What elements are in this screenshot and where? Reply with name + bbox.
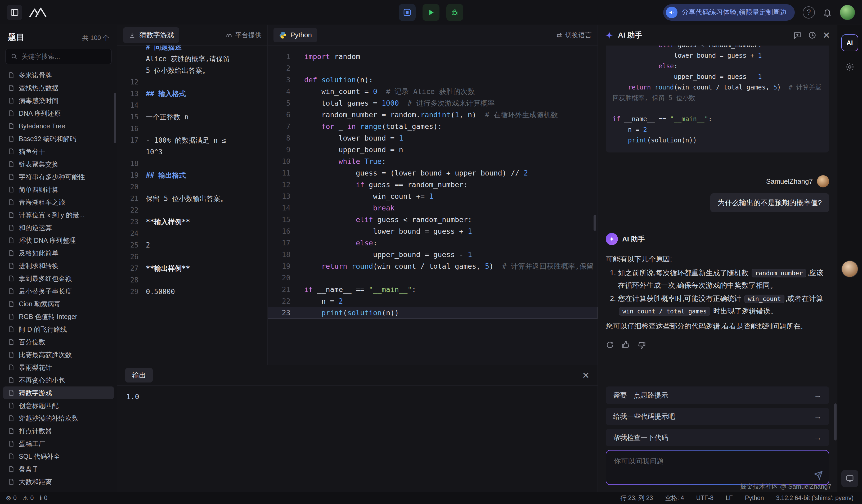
new-chat-icon[interactable]	[793, 31, 802, 39]
debug-button[interactable]	[446, 4, 463, 21]
user-avatar[interactable]	[840, 5, 855, 20]
code-line[interactable]: 23 print(solution(n))	[267, 307, 598, 319]
promo-banner[interactable]: 分享代码练习体验,领限量定制周边	[663, 4, 795, 21]
output-tab[interactable]: 输出	[125, 368, 153, 383]
code-line[interactable]: 16 lower_bound = guess + 1	[267, 226, 598, 237]
status-item[interactable]: 3.12.2 64-bit ('shims': pyenv)	[776, 494, 853, 502]
problem-list-item[interactable]: 打点计数器	[3, 425, 114, 437]
code-line[interactable]: 20	[267, 272, 598, 284]
status-item[interactable]: Python	[745, 494, 764, 502]
problem-list-item[interactable]: 百分位数	[3, 336, 114, 348]
problem-counter[interactable]: ⚠ 0	[23, 494, 34, 502]
problem-list-item[interactable]: 叠盘子	[3, 463, 114, 475]
send-button[interactable]	[814, 470, 823, 480]
problem-counter[interactable]: ℹ 0	[39, 494, 48, 502]
status-item[interactable]: LF	[726, 494, 733, 502]
problem-list-item[interactable]: 字符串有多少种可能性	[3, 171, 114, 183]
problem-list-item[interactable]: 病毒感染时间	[3, 94, 114, 107]
code-line[interactable]: 5 total_games = 1000 # 进行多次游戏来计算概率	[267, 97, 598, 109]
juejin-logo-icon[interactable]	[28, 6, 48, 18]
problem-list-item[interactable]: DNA 序列还原	[3, 107, 114, 120]
scrollbar-thumb[interactable]	[593, 215, 596, 231]
history-icon[interactable]	[808, 31, 817, 39]
problem-list-item[interactable]: 环状 DNA 序列整理	[3, 234, 114, 247]
code-line[interactable]: 18 upper_bound = guess - 1	[267, 249, 598, 261]
close-icon[interactable]: ✕	[582, 371, 590, 380]
code-line[interactable]: 12 if guess == random_number:	[267, 179, 598, 190]
search-box[interactable]	[5, 49, 112, 64]
problem-list-item[interactable]: 查找热点数据	[3, 81, 114, 94]
status-item[interactable]: UTF-8	[696, 494, 714, 502]
problem-list-item[interactable]: 拿到最多红包金额	[3, 272, 114, 285]
run-button[interactable]	[422, 4, 440, 21]
embed-button[interactable]	[399, 4, 416, 21]
workspace-button[interactable]	[841, 470, 858, 487]
code-line[interactable]: 21 if __name__ == "__main__":	[267, 284, 598, 295]
problem-list-item[interactable]: 比赛最高获胜次数	[3, 348, 114, 361]
code-line[interactable]: 14 break	[267, 202, 598, 214]
code-area[interactable]: 1 import random 2 3	[267, 45, 598, 365]
problems-indicator[interactable]: ⊗ 0 ⚠ 0 ℹ 0	[6, 494, 48, 502]
thumbs-up-button[interactable]	[622, 341, 630, 349]
problem-list-item[interactable]: 大数和距离	[3, 475, 114, 488]
user-chat-avatar[interactable]	[817, 175, 829, 187]
status-item[interactable]: 行 23, 列 23	[620, 494, 653, 502]
problem-list-item[interactable]: 多米诺骨牌	[3, 69, 114, 81]
code-line[interactable]: 7 for _ in range(total_games):	[267, 121, 598, 132]
thumbs-down-button[interactable]	[638, 341, 646, 349]
code-line[interactable]: 13 win_count += 1	[267, 190, 598, 202]
language-tab[interactable]: Python	[273, 28, 317, 42]
problem-list-item[interactable]: 不再贪心的小包	[3, 374, 114, 386]
problem-list-item[interactable]: 链表聚集交换	[3, 158, 114, 171]
scrollbar-thumb[interactable]	[114, 93, 116, 143]
search-input[interactable]	[22, 53, 107, 61]
problem-list-item[interactable]: 猫鱼分干	[3, 145, 114, 158]
ai-question-input[interactable]	[614, 456, 810, 480]
scrollbar-thumb[interactable]	[834, 403, 837, 440]
problem-list-item[interactable]: Base32 编码和解码	[3, 132, 114, 145]
problem-list-item[interactable]: 简单四则计算	[3, 183, 114, 196]
problem-list-item[interactable]: SQL 代码补全	[3, 450, 114, 463]
code-line[interactable]: 9 upper_bound = n	[267, 144, 598, 156]
suggestion-button[interactable]: 帮我检查一下代码 →	[606, 429, 829, 446]
code-line[interactable]: 8 lower_bound = 1	[267, 132, 598, 144]
switch-language-button[interactable]: ⇄ 切换语言	[557, 31, 592, 39]
app-logo[interactable]	[7, 5, 22, 20]
code-line[interactable]: 4 win_count = 0 # 记录 Alice 获胜的次数	[267, 86, 598, 97]
status-item[interactable]: 空格: 4	[665, 494, 684, 502]
problem-list-item[interactable]: Cion 勒索病毒	[3, 297, 114, 310]
code-line[interactable]: 22 n = 2	[267, 295, 598, 307]
regenerate-button[interactable]	[606, 341, 614, 349]
problem-list-item[interactable]: 青海湖租车之旅	[3, 196, 114, 209]
code-line[interactable]: 3 def solution(n):	[267, 74, 598, 86]
problem-list-item[interactable]: 及格如此简单	[3, 247, 114, 260]
code-line[interactable]: 6 random_number = random.randint(1, n) #…	[267, 109, 598, 121]
ai-toggle-button[interactable]: AI	[841, 35, 858, 51]
help-button[interactable]: ?	[803, 6, 815, 18]
problem-list-item[interactable]: 穿越沙漠的补给次数	[3, 412, 114, 425]
problem-list-item[interactable]: RGB 色值转 Integer	[3, 310, 114, 323]
code-line[interactable]: 17 else:	[267, 237, 598, 249]
code-line[interactable]: 1 import random	[267, 51, 598, 63]
suggestion-button[interactable]: 给我一些代码提示吧 →	[606, 408, 829, 425]
problem-list-item[interactable]: 进制求和转换	[3, 260, 114, 272]
suggestion-button[interactable]: 需要一点思路提示 →	[606, 386, 829, 404]
problem-list-item[interactable]: 和的逆运算	[3, 221, 114, 234]
code-line[interactable]: 10 while True:	[267, 156, 598, 167]
ai-input-box[interactable]	[606, 451, 828, 485]
close-icon[interactable]: ✕	[823, 31, 831, 40]
problem-tab[interactable]: 猜数字游戏	[123, 27, 179, 43]
problem-counter[interactable]: ⊗ 0	[6, 494, 17, 502]
code-line[interactable]: 19 return round(win_count / total_games,…	[267, 261, 598, 272]
assistant-contact-avatar[interactable]	[841, 261, 858, 277]
code-line[interactable]: 11 guess = (lower_bound + upper_bound) /…	[267, 167, 598, 179]
problem-list-item[interactable]: Bytedance Tree	[3, 120, 114, 132]
problem-list-item[interactable]: 暴雨梨花针	[3, 361, 114, 374]
notifications-button[interactable]	[823, 8, 832, 17]
problem-list-item[interactable]: 蛋糕工厂	[3, 437, 114, 450]
problem-list-item[interactable]: 最小替换子串长度	[3, 285, 114, 297]
code-line[interactable]: 2	[267, 63, 598, 74]
problem-list-item[interactable]: 猜数字游戏	[3, 386, 114, 399]
problem-list-item[interactable]: 计算位置 x 到 y 的最...	[3, 209, 114, 221]
settings-button[interactable]	[845, 63, 854, 71]
